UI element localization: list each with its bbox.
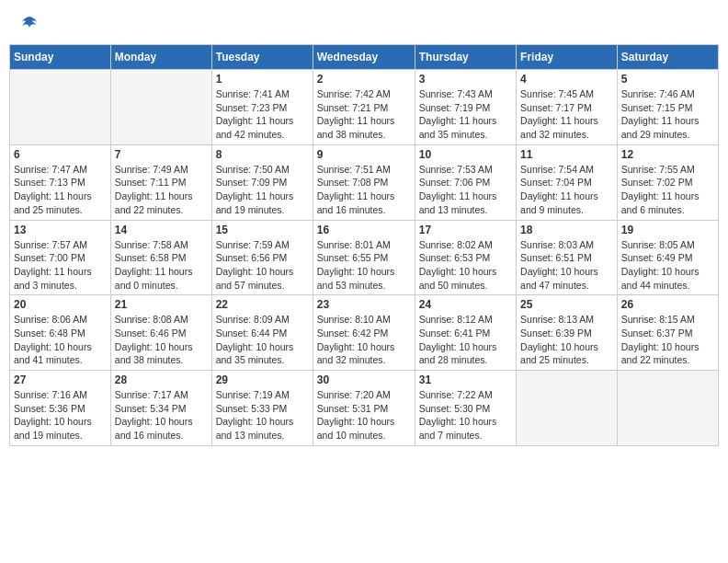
calendar-cell: 6Sunrise: 7:47 AMSunset: 7:13 PMDaylight…: [10, 144, 111, 220]
calendar-cell: 1Sunrise: 7:41 AMSunset: 7:23 PMDaylight…: [211, 70, 313, 145]
day-number: 31: [419, 373, 512, 386]
day-number: 23: [317, 298, 411, 311]
day-number: 27: [14, 373, 107, 386]
weekday-monday: Monday: [110, 45, 211, 70]
calendar-cell: 10Sunrise: 7:53 AMSunset: 7:06 PMDayligh…: [415, 144, 516, 220]
calendar-cell: 27Sunrise: 7:16 AMSunset: 5:36 PMDayligh…: [10, 371, 111, 446]
calendar-cell: 18Sunrise: 8:03 AMSunset: 6:51 PMDayligh…: [517, 220, 618, 295]
day-number: 14: [115, 224, 208, 236]
calendar-cell: 14Sunrise: 7:58 AMSunset: 6:58 PMDayligh…: [110, 220, 211, 295]
calendar-cell: [110, 70, 211, 145]
day-info: Sunrise: 7:20 AMSunset: 5:31 PMDaylight:…: [317, 388, 411, 442]
calendar-cell: 5Sunrise: 7:46 AMSunset: 7:15 PMDaylight…: [617, 70, 718, 145]
calendar-cell: 8Sunrise: 7:50 AMSunset: 7:09 PMDaylight…: [211, 144, 313, 220]
calendar-cell: 12Sunrise: 7:55 AMSunset: 7:02 PMDayligh…: [617, 144, 718, 220]
weekday-wednesday: Wednesday: [313, 45, 415, 70]
day-number: 4: [520, 73, 613, 86]
calendar-cell: [617, 371, 718, 446]
calendar-cell: 28Sunrise: 7:17 AMSunset: 5:34 PMDayligh…: [110, 371, 211, 446]
day-number: 24: [419, 298, 512, 311]
weekday-saturday: Saturday: [617, 45, 718, 70]
day-number: 26: [621, 298, 714, 311]
day-info: Sunrise: 7:43 AMSunset: 7:19 PMDaylight:…: [419, 87, 512, 142]
calendar-cell: 17Sunrise: 8:02 AMSunset: 6:53 PMDayligh…: [415, 220, 516, 295]
calendar-cell: 30Sunrise: 7:20 AMSunset: 5:31 PMDayligh…: [313, 371, 415, 446]
calendar-cell: 25Sunrise: 8:13 AMSunset: 6:39 PMDayligh…: [517, 295, 618, 371]
day-info: Sunrise: 7:54 AMSunset: 7:04 PMDaylight:…: [520, 163, 613, 217]
calendar-cell: 20Sunrise: 8:06 AMSunset: 6:48 PMDayligh…: [10, 295, 111, 371]
calendar-cell: 22Sunrise: 8:09 AMSunset: 6:44 PMDayligh…: [211, 295, 313, 371]
calendar-cell: 13Sunrise: 7:57 AMSunset: 7:00 PMDayligh…: [10, 220, 111, 295]
day-info: Sunrise: 8:03 AMSunset: 6:51 PMDaylight:…: [520, 238, 613, 293]
day-number: 15: [216, 224, 309, 236]
calendar-cell: 2Sunrise: 7:42 AMSunset: 7:21 PMDaylight…: [313, 70, 415, 145]
day-info: Sunrise: 8:01 AMSunset: 6:55 PMDaylight:…: [317, 238, 411, 293]
day-info: Sunrise: 7:46 AMSunset: 7:15 PMDaylight:…: [621, 87, 714, 142]
calendar-cell: 4Sunrise: 7:45 AMSunset: 7:17 PMDaylight…: [517, 70, 618, 145]
calendar-cell: 31Sunrise: 7:22 AMSunset: 5:30 PMDayligh…: [415, 371, 516, 446]
weekday-sunday: Sunday: [10, 45, 111, 70]
logo-bird-icon: [20, 14, 39, 32]
day-number: 30: [317, 373, 411, 386]
weekday-tuesday: Tuesday: [211, 45, 313, 70]
day-number: 5: [621, 73, 714, 86]
day-number: 21: [115, 298, 208, 311]
calendar-cell: 19Sunrise: 8:05 AMSunset: 6:49 PMDayligh…: [617, 220, 718, 295]
calendar-cell: 9Sunrise: 7:51 AMSunset: 7:08 PMDaylight…: [313, 144, 415, 220]
day-number: 11: [520, 148, 613, 161]
day-number: 28: [115, 373, 208, 386]
day-info: Sunrise: 7:59 AMSunset: 6:56 PMDaylight:…: [216, 238, 309, 293]
day-info: Sunrise: 7:47 AMSunset: 7:13 PMDaylight:…: [14, 163, 107, 217]
calendar-week-2: 6Sunrise: 7:47 AMSunset: 7:13 PMDaylight…: [10, 144, 719, 220]
day-info: Sunrise: 8:13 AMSunset: 6:39 PMDaylight:…: [520, 313, 613, 367]
day-info: Sunrise: 8:08 AMSunset: 6:46 PMDaylight:…: [115, 313, 208, 367]
day-number: 25: [520, 298, 613, 311]
day-number: 16: [317, 224, 411, 236]
day-number: 2: [317, 73, 411, 86]
day-number: 17: [419, 224, 512, 236]
calendar-cell: 21Sunrise: 8:08 AMSunset: 6:46 PMDayligh…: [110, 295, 211, 371]
calendar-cell: 24Sunrise: 8:12 AMSunset: 6:41 PMDayligh…: [415, 295, 516, 371]
day-number: 8: [216, 148, 309, 161]
page-header: [9, 9, 719, 37]
day-number: 6: [14, 148, 107, 161]
day-info: Sunrise: 8:12 AMSunset: 6:41 PMDaylight:…: [419, 313, 512, 367]
calendar-cell: 3Sunrise: 7:43 AMSunset: 7:19 PMDaylight…: [415, 70, 516, 145]
day-info: Sunrise: 7:22 AMSunset: 5:30 PMDaylight:…: [419, 388, 512, 442]
day-info: Sunrise: 7:53 AMSunset: 7:06 PMDaylight:…: [419, 163, 512, 217]
calendar-cell: 7Sunrise: 7:49 AMSunset: 7:11 PMDaylight…: [110, 144, 211, 220]
day-number: 13: [14, 224, 107, 236]
day-info: Sunrise: 8:10 AMSunset: 6:42 PMDaylight:…: [317, 313, 411, 367]
day-number: 1: [216, 73, 309, 86]
day-info: Sunrise: 7:17 AMSunset: 5:34 PMDaylight:…: [115, 388, 208, 442]
weekday-thursday: Thursday: [415, 45, 516, 70]
day-info: Sunrise: 7:45 AMSunset: 7:17 PMDaylight:…: [520, 87, 613, 142]
day-number: 3: [419, 73, 512, 86]
day-info: Sunrise: 7:41 AMSunset: 7:23 PMDaylight:…: [216, 87, 309, 142]
day-info: Sunrise: 7:58 AMSunset: 6:58 PMDaylight:…: [115, 238, 208, 293]
day-number: 29: [216, 373, 309, 386]
calendar-cell: [10, 70, 111, 145]
day-info: Sunrise: 8:09 AMSunset: 6:44 PMDaylight:…: [216, 313, 309, 367]
day-number: 12: [621, 148, 714, 161]
calendar-cell: 16Sunrise: 8:01 AMSunset: 6:55 PMDayligh…: [313, 220, 415, 295]
day-number: 20: [14, 298, 107, 311]
day-info: Sunrise: 8:06 AMSunset: 6:48 PMDaylight:…: [14, 313, 107, 367]
day-number: 7: [115, 148, 208, 161]
day-info: Sunrise: 7:55 AMSunset: 7:02 PMDaylight:…: [621, 163, 714, 217]
calendar-cell: 11Sunrise: 7:54 AMSunset: 7:04 PMDayligh…: [517, 144, 618, 220]
calendar-week-1: 1Sunrise: 7:41 AMSunset: 7:23 PMDaylight…: [10, 70, 719, 145]
calendar-week-4: 20Sunrise: 8:06 AMSunset: 6:48 PMDayligh…: [10, 295, 719, 371]
day-info: Sunrise: 7:50 AMSunset: 7:09 PMDaylight:…: [216, 163, 309, 217]
day-number: 18: [520, 224, 613, 236]
calendar-cell: 26Sunrise: 8:15 AMSunset: 6:37 PMDayligh…: [617, 295, 718, 371]
day-info: Sunrise: 7:19 AMSunset: 5:33 PMDaylight:…: [216, 388, 309, 442]
calendar-cell: 15Sunrise: 7:59 AMSunset: 6:56 PMDayligh…: [211, 220, 313, 295]
calendar-week-5: 27Sunrise: 7:16 AMSunset: 5:36 PMDayligh…: [10, 371, 719, 446]
day-info: Sunrise: 7:57 AMSunset: 7:00 PMDaylight:…: [14, 238, 107, 293]
day-info: Sunrise: 7:16 AMSunset: 5:36 PMDaylight:…: [14, 388, 107, 442]
day-number: 22: [216, 298, 309, 311]
day-info: Sunrise: 8:05 AMSunset: 6:49 PMDaylight:…: [621, 238, 714, 293]
day-number: 9: [317, 148, 411, 161]
logo: [18, 14, 39, 32]
